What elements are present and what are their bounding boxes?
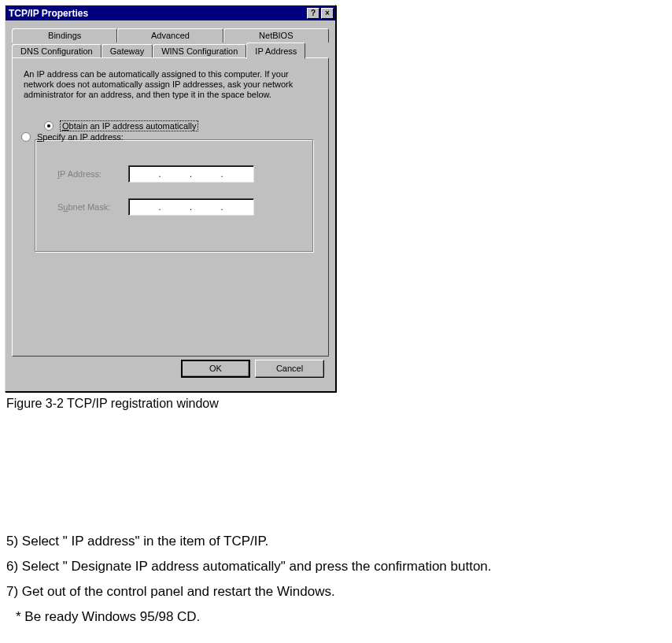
ip-address-row: IP Address: xyxy=(57,165,291,183)
radio-icon xyxy=(44,121,54,131)
tab-row-back: Bindings Advanced NetBIOS xyxy=(12,27,329,42)
figure-caption: Figure 3-2 TCP/IP registration window xyxy=(6,397,667,411)
specify-ip-fieldset: Specify an IP address: IP Address: Subne… xyxy=(35,139,314,253)
tab-advanced[interactable]: Advanced xyxy=(117,28,223,42)
subnet-seg-3[interactable] xyxy=(191,199,223,215)
titlebar-title: TCP/IP Properties xyxy=(9,8,305,19)
ip-seg-1[interactable] xyxy=(129,166,161,182)
subnet-mask-input[interactable] xyxy=(128,198,254,216)
cancel-button[interactable]: Cancel xyxy=(255,360,324,378)
dialog-body: Bindings Advanced NetBIOS DNS Configurat… xyxy=(6,20,335,391)
ok-button[interactable]: OK xyxy=(181,360,250,378)
radio-obtain-auto-label: Obtain an IP address automatically xyxy=(60,120,198,131)
tab-netbios[interactable]: NetBIOS xyxy=(223,28,329,42)
tab-bindings[interactable]: Bindings xyxy=(12,28,117,42)
step-note: * Be ready Windows 95/98 CD. xyxy=(16,604,667,630)
subnet-seg-1[interactable] xyxy=(129,199,161,215)
subnet-mask-row: Subnet Mask: xyxy=(57,198,291,216)
close-button[interactable]: × xyxy=(321,8,334,19)
step-7: 7) Get out of the control panel and rest… xyxy=(6,579,667,604)
step-6: 6) Select " Designate IP address automat… xyxy=(6,554,667,579)
tcpip-properties-dialog: TCP/IP Properties ? × Bindings Advanced … xyxy=(5,5,336,392)
radio-specify[interactable]: Specify an IP address: xyxy=(21,132,124,142)
tab-row-front: DNS Configuration Gateway WINS Configura… xyxy=(12,42,329,58)
radio-icon xyxy=(21,132,31,142)
panel-description: An IP address can be automatically assig… xyxy=(24,69,316,100)
tab-ip-address[interactable]: IP Address xyxy=(246,42,305,59)
radio-specify-label: Specify an IP address: xyxy=(37,132,124,142)
tab-gateway[interactable]: Gateway xyxy=(102,44,153,58)
tab-dns-configuration[interactable]: DNS Configuration xyxy=(12,44,102,58)
step-5: 5) Select " IP address" in the item of T… xyxy=(6,529,667,554)
ip-address-panel: An IP address can be automatically assig… xyxy=(12,57,329,357)
titlebar[interactable]: TCP/IP Properties ? × xyxy=(6,6,335,20)
ip-seg-3[interactable] xyxy=(191,166,223,182)
ip-seg-4[interactable] xyxy=(223,166,254,182)
ip-address-input[interactable] xyxy=(128,165,254,183)
ip-seg-2[interactable] xyxy=(161,166,192,182)
tab-wins-configuration[interactable]: WINS Configuration xyxy=(153,44,246,58)
radio-obtain-auto[interactable]: Obtain an IP address automatically xyxy=(44,120,319,131)
dialog-button-row: OK Cancel xyxy=(12,357,329,385)
subnet-seg-4[interactable] xyxy=(223,199,254,215)
instruction-text: 5) Select " IP address" in the item of T… xyxy=(5,529,667,630)
subnet-seg-2[interactable] xyxy=(161,199,192,215)
ip-address-label: IP Address: xyxy=(57,169,128,179)
subnet-mask-label: Subnet Mask: xyxy=(57,202,128,212)
help-button[interactable]: ? xyxy=(307,8,319,19)
